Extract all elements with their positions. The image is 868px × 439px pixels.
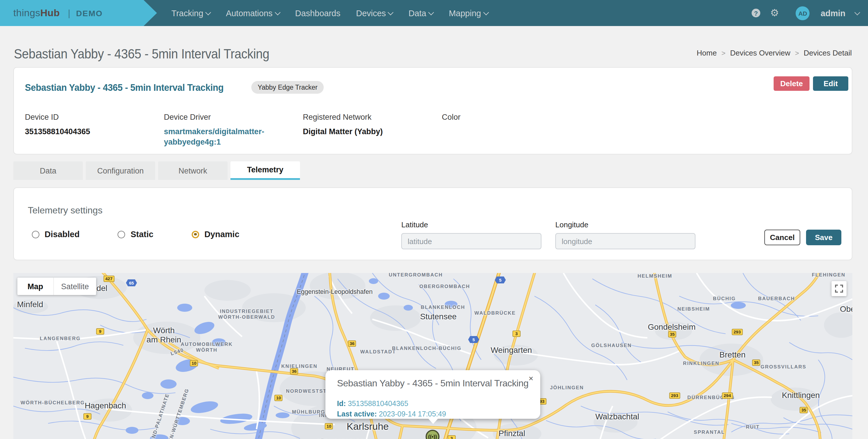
telemetry-mode-radios: Disabled Static Dynamic (32, 230, 278, 239)
gear-icon[interactable]: ⚙ (770, 8, 779, 18)
brand-name: thingsHub (13, 7, 60, 19)
user-menu[interactable]: admin (821, 8, 845, 18)
map-place-label: Stutensee (420, 312, 457, 321)
map-place-label: WALDSTADT (360, 349, 396, 354)
map-place-label: Pfinztal (499, 429, 525, 438)
chevron-down-icon: ▼ (483, 9, 489, 15)
popup-tail (428, 418, 438, 424)
map-place-label: JÖHLINGEN (550, 385, 584, 391)
edit-button[interactable]: Edit (813, 76, 848, 91)
app-root: thingsHub | DEMO Tracking▼ Automations▼ … (0, 0, 868, 439)
page-title: Sebastian Yabby - 4365 - 5min Interval T… (14, 46, 269, 62)
map-place-label: Ober (840, 304, 852, 313)
radio-disabled[interactable]: Disabled (32, 230, 80, 239)
chevron-down-icon: ▼ (205, 9, 211, 15)
map-type-control: Map Satellite (18, 278, 96, 295)
map-place-label: SPRANTAL (694, 429, 725, 435)
chevron-down-icon: ▼ (275, 9, 280, 15)
map-place-label: FLEHINGEN (812, 273, 845, 278)
radio-circle-icon (32, 231, 39, 238)
cancel-button[interactable]: Cancel (764, 230, 800, 245)
map-place-label: Wörtham Rhein (147, 326, 181, 344)
nav-right: ? ⚙ AD admin ▼ (752, 0, 859, 26)
breadcrumb-devices-overview[interactable]: Devices Overview (730, 48, 790, 57)
motorway-shield: 5 (468, 336, 479, 343)
radio-static[interactable]: Static (118, 230, 153, 239)
device-card: Sebastian Yabby - 4365 - 5min Interval T… (13, 67, 852, 155)
map[interactable]: MinfelddelLANGENBERGWörtham RheinWÖRTH-B… (13, 273, 852, 439)
field-device-driver: Device Driver smartmakers/digitalmatter-… (164, 113, 303, 148)
map-place-label: Hagenbach (85, 401, 126, 410)
nav-item-tracking[interactable]: Tracking▼ (172, 8, 210, 18)
avatar[interactable]: AD (796, 6, 810, 20)
fullscreen-icon (835, 284, 843, 293)
map-place-label: INDUSTRIEGEBIETWÖRTH-OBERWALD (218, 308, 275, 320)
environment-label: DEMO (76, 8, 103, 18)
tab-network[interactable]: Network (158, 161, 227, 180)
road-shield: 427 (103, 276, 114, 282)
road-shield: 9 (83, 413, 92, 419)
map-place-label: KNIELINGEN (281, 363, 318, 369)
chevron-down-icon: ▼ (428, 9, 434, 15)
popup-title: Sebastian Yabby - 4365 - 5min Interval T… (337, 378, 528, 389)
help-icon[interactable]: ? (752, 9, 760, 18)
map-popup: Sebastian Yabby - 4365 - 5min Interval T… (326, 370, 540, 419)
map-place-label: Gondelsheim (648, 322, 696, 331)
breadcrumb-home[interactable]: Home (696, 48, 717, 57)
device-title: Sebastian Yabby - 4365 - 5min Interval T… (25, 82, 223, 94)
latitude-input[interactable] (401, 233, 541, 249)
device-fields: Device ID 351358810404365 Device Driver … (25, 113, 581, 148)
navbar: thingsHub | DEMO Tracking▼ Automations▼ … (0, 0, 868, 26)
device-type-badge: Yabby Edge Tracker (251, 81, 324, 94)
satellite-button[interactable]: Satellite (53, 278, 96, 295)
motorway-shield: 5 (495, 276, 506, 283)
breadcrumb-separator: > (721, 49, 725, 57)
nav-menu: Tracking▼ Automations▼ Dashboards Device… (172, 8, 488, 18)
radio-dynamic[interactable]: Dynamic (192, 230, 240, 239)
map-place-label: WÖRTH-BÜCHELBERG (21, 400, 85, 405)
nav-item-mapping[interactable]: Mapping▼ (449, 8, 488, 18)
map-place-label: GROSSVILLARS (761, 364, 806, 370)
map-place-label: Karlsruhe (347, 421, 389, 433)
brand-separator: | (68, 8, 70, 18)
popup-last-active-row: Last active: 2023-09-14 17:05:49 (337, 410, 446, 418)
road-shield: 294 (722, 393, 733, 399)
chevron-down-icon: ▼ (855, 9, 860, 15)
tab-bar: Data Configuration Network Telemetry (13, 161, 300, 180)
map-place-label: Bretten (719, 350, 746, 359)
longitude-input[interactable] (555, 233, 695, 249)
nav-item-devices[interactable]: Devices▼ (356, 8, 393, 18)
breadcrumb-devices-detail: Devices Detail (804, 48, 852, 57)
road-shield: 10 (275, 395, 283, 401)
tab-telemetry[interactable]: Telemetry (230, 161, 300, 180)
map-place-label: del (96, 283, 107, 293)
breadcrumb: Home > Devices Overview > Devices Detail (696, 48, 852, 57)
save-button[interactable]: Save (806, 230, 841, 245)
map-place-label: UNTERGROMBACH (389, 273, 443, 278)
road-shield: 36 (348, 340, 356, 347)
road-shield: 10 (190, 360, 198, 366)
map-place-label: GÖLSHAUSEN (591, 342, 632, 348)
map-place-label: NEIBSHEIM (678, 306, 710, 312)
map-place-label: Weingarten (491, 345, 532, 354)
nav-item-automations[interactable]: Automations▼ (226, 8, 279, 18)
tab-configuration[interactable]: Configuration (86, 161, 155, 180)
road-shield: 36 (290, 368, 299, 374)
fullscreen-button[interactable] (832, 281, 846, 296)
longitude-label: Longitude (555, 221, 695, 229)
map-button[interactable]: Map (18, 278, 53, 295)
map-place-label: OBERGROMBACH (419, 283, 470, 289)
longitude-group: Longitude (555, 221, 695, 249)
nav-item-dashboards[interactable]: Dashboards (295, 8, 340, 18)
popup-close-icon[interactable]: × (529, 374, 533, 383)
tab-data[interactable]: Data (13, 161, 83, 180)
map-place-label: Knittlingen (782, 391, 820, 400)
brand-logo[interactable]: thingsHub | DEMO (0, 0, 157, 26)
nav-item-data[interactable]: Data▼ (408, 8, 433, 18)
map-place-label: WALDBRÜCKE (474, 310, 516, 316)
device-driver-link[interactable]: smartmakers/digitalmatter-yabbyedge4g:1 (164, 127, 262, 148)
road-shield: 35 (800, 407, 808, 413)
delete-button[interactable]: Delete (774, 76, 809, 91)
road-shield: 3 (447, 435, 456, 439)
map-place-label: RINKLINGEN (683, 360, 719, 366)
